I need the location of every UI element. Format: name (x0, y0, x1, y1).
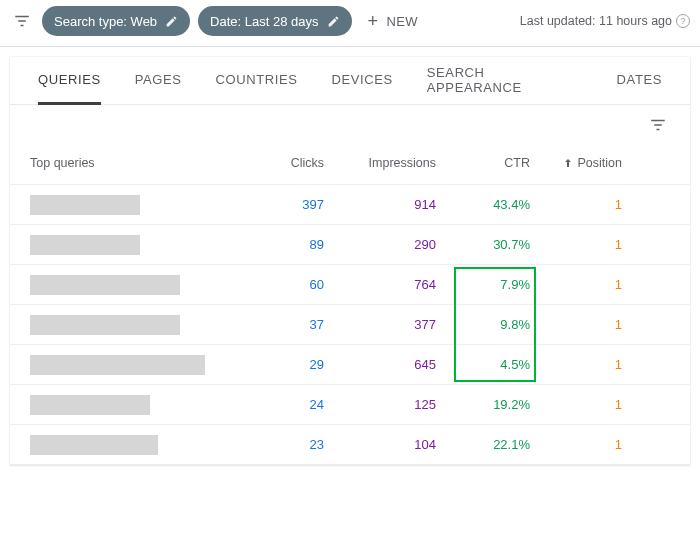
position-value: 1 (530, 357, 622, 372)
add-filter-button[interactable]: + NEW (360, 6, 426, 36)
chip-date-range-label: Date: Last 28 days (210, 14, 318, 29)
position-value: 1 (530, 397, 622, 412)
pencil-icon (165, 15, 178, 28)
performance-table-card: QUERIESPAGESCOUNTRIESDEVICESSEARCH APPEA… (10, 57, 690, 465)
clicks-value: 24 (240, 397, 324, 412)
table-header-row: Top queries Clicks Impressions CTR Posit… (10, 141, 690, 185)
tab-queries[interactable]: QUERIES (38, 57, 101, 105)
table-row[interactable]: 2412519.2%1 (10, 385, 690, 425)
impressions-value: 914 (324, 197, 436, 212)
table-row[interactable]: 607647.9%1 (10, 265, 690, 305)
add-filter-label: NEW (386, 14, 418, 29)
table-row[interactable]: 296454.5%1 (10, 345, 690, 385)
redacted-query (30, 195, 140, 215)
query-cell (30, 195, 240, 215)
position-value: 1 (530, 277, 622, 292)
col-header-impressions[interactable]: Impressions (324, 156, 436, 170)
impressions-value: 125 (324, 397, 436, 412)
chip-search-type[interactable]: Search type: Web (42, 6, 190, 36)
impressions-value: 290 (324, 237, 436, 252)
sort-arrow-icon (562, 157, 574, 169)
chip-date-range[interactable]: Date: Last 28 days (198, 6, 351, 36)
redacted-query (30, 315, 180, 335)
table-row[interactable]: 373779.8%1 (10, 305, 690, 345)
last-updated-text: Last updated: 11 hours ago ? (520, 14, 690, 28)
redacted-query (30, 355, 205, 375)
redacted-query (30, 395, 150, 415)
table-row[interactable]: 2310422.1%1 (10, 425, 690, 465)
ctr-value: 30.7% (436, 237, 530, 252)
clicks-value: 397 (240, 197, 324, 212)
col-header-clicks[interactable]: Clicks (240, 156, 324, 170)
table-row[interactable]: 39791443.4%1 (10, 185, 690, 225)
impressions-value: 764 (324, 277, 436, 292)
position-value: 1 (530, 437, 622, 452)
query-cell (30, 435, 240, 455)
col-header-position-label: Position (578, 156, 622, 170)
query-cell (30, 275, 240, 295)
tab-dates[interactable]: DATES (617, 57, 662, 105)
redacted-query (30, 275, 180, 295)
plus-icon: + (368, 11, 379, 32)
clicks-value: 60 (240, 277, 324, 292)
col-header-ctr[interactable]: CTR (436, 156, 530, 170)
filter-icon[interactable] (10, 9, 34, 33)
query-cell (30, 355, 240, 375)
tab-devices[interactable]: DEVICES (332, 57, 393, 105)
ctr-value: 4.5% (436, 357, 530, 372)
queries-table: Top queries Clicks Impressions CTR Posit… (10, 141, 690, 465)
ctr-value: 7.9% (436, 277, 530, 292)
redacted-query (30, 435, 158, 455)
last-updated-value: Last updated: 11 hours ago (520, 14, 672, 28)
impressions-value: 377 (324, 317, 436, 332)
table-row[interactable]: 8929030.7%1 (10, 225, 690, 265)
ctr-value: 22.1% (436, 437, 530, 452)
ctr-value: 19.2% (436, 397, 530, 412)
filter-toolbar: Search type: Web Date: Last 28 days + NE… (0, 0, 700, 47)
position-value: 1 (530, 317, 622, 332)
col-header-query[interactable]: Top queries (30, 156, 240, 170)
impressions-value: 104 (324, 437, 436, 452)
clicks-value: 23 (240, 437, 324, 452)
ctr-value: 9.8% (436, 317, 530, 332)
table-filter-icon[interactable] (646, 113, 670, 137)
clicks-value: 37 (240, 317, 324, 332)
clicks-value: 29 (240, 357, 324, 372)
impressions-value: 645 (324, 357, 436, 372)
col-header-position[interactable]: Position (530, 156, 622, 170)
ctr-value: 43.4% (436, 197, 530, 212)
query-cell (30, 315, 240, 335)
tab-countries[interactable]: COUNTRIES (216, 57, 298, 105)
chip-search-type-label: Search type: Web (54, 14, 157, 29)
position-value: 1 (530, 237, 622, 252)
position-value: 1 (530, 197, 622, 212)
pencil-icon (327, 15, 340, 28)
clicks-value: 89 (240, 237, 324, 252)
tab-pages[interactable]: PAGES (135, 57, 182, 105)
query-cell (30, 235, 240, 255)
tab-search-appearance[interactable]: SEARCH APPEARANCE (427, 57, 583, 105)
redacted-query (30, 235, 140, 255)
help-icon[interactable]: ? (676, 14, 690, 28)
dimension-tabs: QUERIESPAGESCOUNTRIESDEVICESSEARCH APPEA… (10, 57, 690, 105)
query-cell (30, 395, 240, 415)
